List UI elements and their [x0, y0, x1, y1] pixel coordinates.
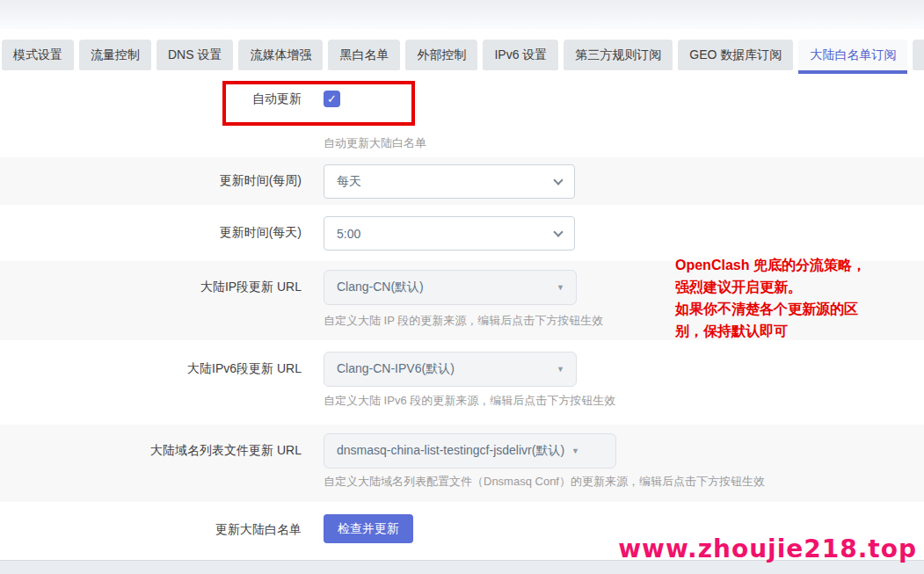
check-and-update-button[interactable]: 检查并更新 — [324, 514, 413, 543]
row-update-time-weekly: 更新时间(每周) 每天 — [0, 157, 924, 205]
cn-ipv6-url-combobox[interactable]: Clang-CN-IPV6(默认) ▼ — [324, 352, 577, 387]
update-time-weekly-value: 每天 — [337, 174, 361, 190]
site-watermark: www.zhoujie218.top — [618, 534, 917, 563]
cn-domain-list-url-label: 大陆域名列表文件更新 URL — [0, 443, 302, 459]
tab-partial-next[interactable]: 开 — [913, 40, 924, 70]
tab-mode-settings[interactable]: 模式设置 — [2, 40, 74, 70]
update-time-daily-value: 5:00 — [337, 227, 360, 241]
caret-down-icon: ▼ — [571, 447, 579, 455]
settings-tabbar: 模式设置 流量控制 DNS 设置 流媒体增强 黑白名单 外部控制 IPv6 设置… — [2, 40, 924, 70]
tab-geo-database[interactable]: GEO 数据库订阅 — [678, 40, 793, 70]
cn-ip-url-help: 自定义大陆 IP 段的更新来源，编辑后点击下方按钮生效 — [324, 313, 603, 329]
tab-external-control[interactable]: 外部控制 — [405, 40, 477, 70]
update-whitelist-label: 更新大陆白名单 — [0, 522, 302, 538]
cn-domain-list-url-help: 自定义大陆域名列表配置文件（Dnsmasq Conf）的更新来源，编辑后点击下方… — [324, 474, 765, 490]
red-annotation-text: OpenClash 兜底的分流策略， 强烈建议开启更新。 如果你不清楚各个更新源… — [675, 254, 921, 342]
annotation-line: 别，保持默认即可 — [675, 320, 921, 342]
auto-update-checkbox[interactable]: ✓ — [324, 91, 340, 107]
annotation-line: 强烈建议开启更新。 — [675, 276, 921, 298]
top-gradient-band — [0, 0, 924, 29]
cn-ip-url-label: 大陆IP段更新 URL — [0, 280, 302, 295]
update-time-weekly-label: 更新时间(每周) — [0, 173, 302, 189]
tab-third-party-rules[interactable]: 第三方规则订阅 — [564, 40, 673, 70]
tab-black-white-list[interactable]: 黑白名单 — [328, 40, 400, 70]
auto-update-help: 自动更新大陆白名单 — [324, 135, 426, 151]
update-time-weekly-select[interactable]: 每天 — [324, 164, 575, 199]
cn-ipv6-url-label: 大陆IPv6段更新 URL — [0, 361, 302, 377]
row-auto-update: 自动更新 ✓ 自动更新大陆白名单 — [0, 74, 924, 157]
row-cn-domain-list-url: 大陆域名列表文件更新 URL dnsmasq-china-list-testin… — [0, 425, 924, 502]
cn-ipv6-url-value: Clang-CN-IPV6(默认) — [337, 361, 455, 377]
tab-dns-settings[interactable]: DNS 设置 — [156, 40, 233, 70]
annotation-line: OpenClash 兜底的分流策略， — [675, 254, 921, 276]
row-update-time-daily: 更新时间(每天) 5:00 — [0, 205, 924, 261]
cn-ipv6-url-help: 自定义大陆 IPv6 段的更新来源，编辑后点击下方按钮生效 — [324, 393, 615, 409]
cn-domain-list-url-combobox[interactable]: dnsmasq-china-list-testingcf-jsdelivr(默认… — [324, 433, 616, 469]
cn-ip-url-combobox[interactable]: Clang-CN(默认) ▼ — [324, 270, 577, 305]
update-time-daily-label: 更新时间(每天) — [0, 225, 302, 241]
update-time-daily-select[interactable]: 5:00 — [324, 216, 575, 251]
row-cn-ipv6-url: 大陆IPv6段更新 URL Clang-CN-IPV6(默认) ▼ 自定义大陆 … — [0, 340, 924, 425]
checkmark-icon: ✓ — [327, 92, 337, 105]
chevron-down-icon — [553, 227, 563, 236]
chevron-down-icon — [553, 175, 563, 185]
tab-traffic-control[interactable]: 流量控制 — [79, 40, 151, 70]
cn-ip-url-value: Clang-CN(默认) — [337, 280, 424, 295]
openclash-settings-page: 模式设置 流量控制 DNS 设置 流媒体增强 黑白名单 外部控制 IPv6 设置… — [0, 0, 924, 574]
tab-mainland-whitelist[interactable]: 大陆白名单订阅 — [798, 40, 907, 70]
cn-domain-list-url-value: dnsmasq-china-list-testingcf-jsdelivr(默认… — [337, 443, 564, 459]
tab-ipv6-settings[interactable]: IPv6 设置 — [483, 40, 558, 70]
auto-update-label: 自动更新 — [0, 91, 302, 107]
annotation-line: 如果你不清楚各个更新源的区 — [675, 298, 921, 320]
caret-down-icon: ▼ — [557, 365, 564, 374]
tab-streaming-enhance[interactable]: 流媒体增强 — [238, 40, 323, 70]
caret-down-icon: ▼ — [557, 283, 564, 292]
